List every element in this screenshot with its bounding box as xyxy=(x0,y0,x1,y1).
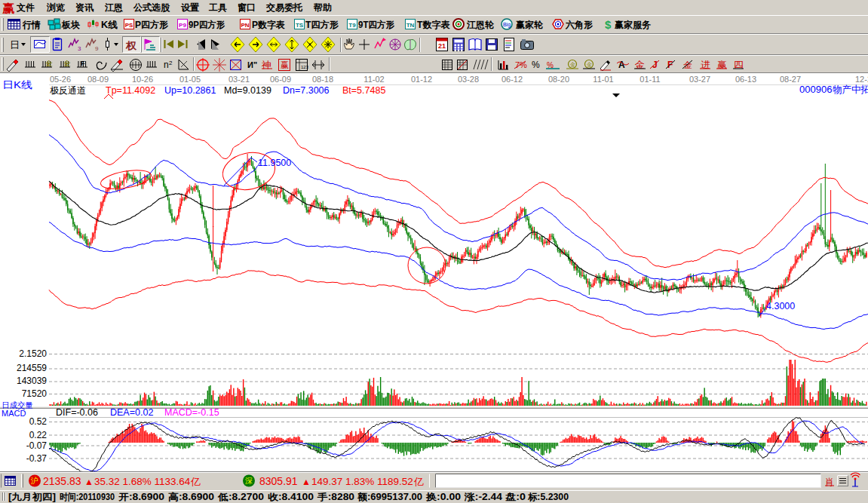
svg-text:2135.83: 2135.83 xyxy=(43,475,81,487)
svg-text:T四方形: T四方形 xyxy=(305,20,339,30)
svg-text:И": И" xyxy=(247,60,257,69)
svg-text:08-18: 08-18 xyxy=(312,75,333,84)
svg-text:Md=9.0139: Md=9.0139 xyxy=(224,85,271,96)
svg-text:赢家轮: 赢家轮 xyxy=(515,20,544,30)
svg-text:2.1520: 2.1520 xyxy=(19,348,47,359)
svg-text:214559: 214559 xyxy=(17,363,47,373)
svg-text:0.22: 0.22 xyxy=(29,430,48,440)
svg-text:03-27: 03-27 xyxy=(689,75,710,84)
svg-text:%: % xyxy=(532,60,540,70)
svg-text:金: 金 xyxy=(570,62,575,67)
svg-text:六角形: 六角形 xyxy=(565,20,593,30)
svg-text:11-02: 11-02 xyxy=(363,75,384,84)
svg-text:03-28: 03-28 xyxy=(458,75,479,84)
svg-text:额:6995137.00: 额:6995137.00 xyxy=(357,492,422,502)
svg-text:亿: 亿 xyxy=(190,476,201,487)
svg-text:设置: 设置 xyxy=(180,2,199,13)
svg-text:MACD=-0.15: MACD=-0.15 xyxy=(164,407,219,418)
svg-text:DEA=0.02: DEA=0.02 xyxy=(110,407,153,418)
svg-text:-0.07: -0.07 xyxy=(26,440,48,451)
svg-text:工具: 工具 xyxy=(208,2,227,13)
svg-text:金: 金 xyxy=(45,60,53,67)
svg-text:06-12: 06-12 xyxy=(501,75,523,84)
svg-text:01-12: 01-12 xyxy=(411,75,432,84)
svg-text:4.3000: 4.3000 xyxy=(766,301,795,311)
svg-text:资讯: 资讯 xyxy=(75,2,94,13)
svg-text:亿: 亿 xyxy=(413,476,424,487)
svg-text:浏览: 浏览 xyxy=(46,2,65,13)
svg-text:收:8.4100: 收:8.4100 xyxy=(268,492,314,502)
svg-text:01-11: 01-11 xyxy=(639,75,660,84)
svg-text:9T四方形: 9T四方形 xyxy=(358,20,394,30)
svg-text:9: 9 xyxy=(95,45,99,52)
svg-text:000906: 000906 xyxy=(799,84,832,95)
svg-text:沪: 沪 xyxy=(30,477,38,485)
svg-text:35.32 1.68% 1133.64: 35.32 1.68% 1133.64 xyxy=(94,476,191,487)
svg-text:Dn=7.3006: Dn=7.3006 xyxy=(283,85,330,96)
svg-text:P数字表: P数字表 xyxy=(252,20,285,30)
svg-text:12-2: 12-2 xyxy=(855,75,868,84)
svg-text:08-20: 08-20 xyxy=(548,75,569,84)
svg-text:公式选股: 公式选股 xyxy=(133,2,170,13)
svg-text:赢家服务: 赢家服务 xyxy=(614,20,652,30)
svg-text:08-09: 08-09 xyxy=(87,75,109,84)
svg-text:8305.91: 8305.91 xyxy=(259,475,298,487)
svg-text:0.52: 0.52 xyxy=(29,416,48,427)
svg-text:T9: T9 xyxy=(348,22,356,29)
svg-text:金: 金 xyxy=(587,62,592,67)
svg-text:P四方形: P四方形 xyxy=(135,20,168,30)
svg-text:赢: 赢 xyxy=(281,60,289,69)
svg-text:71520: 71520 xyxy=(22,388,48,399)
svg-text:▲: ▲ xyxy=(84,477,94,487)
svg-text:143039: 143039 xyxy=(17,376,47,386)
svg-text:涨:-2.44: 涨:-2.44 xyxy=(464,492,503,502)
svg-text:日K线: 日K线 xyxy=(2,79,32,90)
svg-text:TN: TN xyxy=(406,22,415,29)
svg-text:3: 3 xyxy=(78,45,81,52)
svg-text:文件: 文件 xyxy=(16,2,35,13)
svg-text:Bt=5.7485: Bt=5.7485 xyxy=(342,85,385,96)
svg-text:03-21: 03-21 xyxy=(229,75,250,84)
svg-text:手:8280: 手:8280 xyxy=(317,492,355,502)
svg-text:Tp=11.4092: Tp=11.4092 xyxy=(106,85,155,96)
svg-text:2: 2 xyxy=(169,60,173,66)
svg-text:T数字表: T数字表 xyxy=(417,20,450,30)
svg-text:9P四方形: 9P四方形 xyxy=(189,20,225,30)
svg-text:05-26: 05-26 xyxy=(50,75,71,84)
svg-text:06-13: 06-13 xyxy=(735,75,756,84)
svg-text:K线: K线 xyxy=(101,20,118,30)
svg-text:06-09: 06-09 xyxy=(270,75,291,84)
svg-text:11-01: 11-01 xyxy=(593,75,613,84)
svg-text:行情: 行情 xyxy=(22,20,41,30)
svg-text:Big: Big xyxy=(503,22,511,28)
svg-text:A: A xyxy=(618,60,625,70)
svg-text:标:5.2300: 标:5.2300 xyxy=(527,492,569,502)
svg-text:低:8.2700: 低:8.2700 xyxy=(217,492,265,502)
svg-text:123: 123 xyxy=(301,65,309,69)
svg-text:[九月初四]: [九月初四] xyxy=(8,492,56,502)
svg-text:TS: TS xyxy=(296,22,304,29)
svg-text:▲: ▲ xyxy=(302,477,311,487)
svg-text:时间:20110930: 时间:20110930 xyxy=(60,492,115,502)
svg-text:赢: 赢 xyxy=(2,2,15,14)
svg-text:江恩轮: 江恩轮 xyxy=(466,20,495,30)
svg-text:极反通道: 极反通道 xyxy=(50,85,86,96)
svg-text:MACD: MACD xyxy=(2,409,26,418)
svg-text:F: F xyxy=(81,60,85,67)
svg-text:n: n xyxy=(164,60,169,70)
svg-text:盘:0: 盘:0 xyxy=(505,492,526,502)
svg-text:帮助: 帮助 xyxy=(313,2,332,13)
svg-text:PN: PN xyxy=(241,22,249,29)
svg-text:金: 金 xyxy=(63,60,71,67)
svg-text:-0.37: -0.37 xyxy=(26,453,48,464)
svg-text:DIF=-0.06: DIF=-0.06 xyxy=(56,407,98,418)
svg-text:PS: PS xyxy=(125,22,133,29)
svg-text:开:8.6900: 开:8.6900 xyxy=(118,492,165,502)
svg-text:$: $ xyxy=(605,18,612,31)
svg-text:01-05: 01-05 xyxy=(179,75,201,84)
svg-text:Up=10.2861: Up=10.2861 xyxy=(164,85,216,96)
svg-text:149.37 1.83% 1189.52: 149.37 1.83% 1189.52 xyxy=(311,476,413,487)
svg-text:P9: P9 xyxy=(179,22,186,29)
svg-text:物产中拓: 物产中拓 xyxy=(833,84,868,95)
svg-text:高:8.6900: 高:8.6900 xyxy=(168,492,214,502)
